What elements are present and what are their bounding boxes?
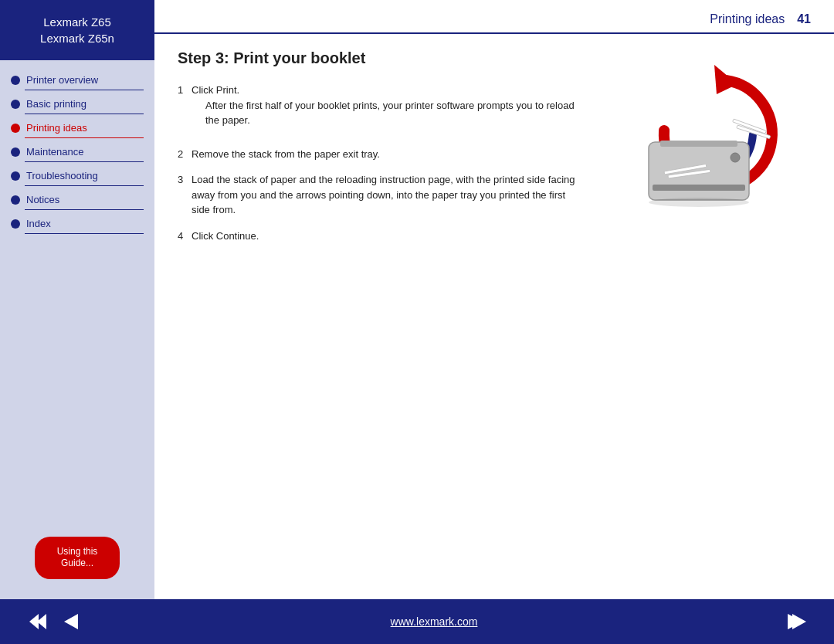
step-3: 3 Load the stack of paper and the reload… bbox=[178, 172, 579, 218]
sidebar-title-line1: Lexmark Z65 bbox=[8, 14, 147, 30]
illustration-area bbox=[595, 49, 811, 584]
sidebar-item-troubleshooting[interactable]: Troubleshooting bbox=[0, 164, 154, 188]
text-content: Step 3: Print your booklet 1 Click Print… bbox=[178, 49, 579, 584]
page-number: 41 bbox=[797, 12, 811, 26]
step-1-content: Click Print. After the first half of you… bbox=[192, 83, 579, 136]
step-2-num: 2 bbox=[178, 147, 192, 162]
sidebar: Lexmark Z65 Lexmark Z65n Printer overvie… bbox=[0, 0, 154, 599]
step-list: 1 Click Print. After the first half of y… bbox=[178, 83, 579, 243]
arrow-back-double-icon bbox=[26, 611, 48, 632]
nav-dot-index bbox=[11, 219, 20, 229]
nav-label-printing-ideas: Printing ideas bbox=[26, 122, 144, 134]
nav-dot-maintenance bbox=[11, 147, 20, 157]
arrow-back-icon bbox=[63, 611, 80, 632]
step-4-text: Click Continue. bbox=[192, 229, 579, 244]
nav-label-index: Index bbox=[26, 218, 144, 229]
page-title: Printing ideas bbox=[710, 12, 785, 26]
step-1: 1 Click Print. After the first half of y… bbox=[178, 83, 579, 136]
step-title: Step 3: Print your booklet bbox=[178, 49, 579, 67]
sidebar-item-notices[interactable]: Notices bbox=[0, 188, 154, 212]
svg-marker-12 bbox=[29, 614, 39, 629]
sidebar-item-basic-printing[interactable]: Basic printing bbox=[0, 92, 154, 116]
nav-dot-printing-ideas bbox=[11, 124, 20, 133]
svg-rect-4 bbox=[653, 185, 745, 191]
nav-dot-printer-overview bbox=[11, 76, 20, 85]
sidebar-item-maintenance[interactable]: Maintenance bbox=[0, 140, 154, 164]
svg-point-10 bbox=[649, 198, 749, 207]
svg-marker-13 bbox=[64, 614, 78, 629]
step-4: 4 Click Continue. bbox=[178, 229, 579, 244]
nav-underline-basic-printing bbox=[25, 114, 144, 114]
sidebar-title-line2: Lexmark Z65n bbox=[8, 30, 147, 46]
nav-label-maintenance: Maintenance bbox=[26, 146, 144, 158]
arrow-forward-button[interactable] bbox=[783, 608, 811, 636]
step-1-sub: After the first half of your booklet pri… bbox=[205, 98, 579, 128]
step-3-text: Load the stack of paper and the reloadin… bbox=[192, 172, 579, 218]
svg-point-5 bbox=[731, 153, 740, 162]
nav-underline-printing-ideas bbox=[25, 137, 144, 138]
website-link[interactable]: www.lexmark.com bbox=[391, 615, 478, 628]
nav-menu: Printer overview Basic printing Printing… bbox=[0, 60, 154, 524]
nav-arrows-right bbox=[783, 608, 811, 636]
printer-svg bbox=[602, 57, 803, 227]
svg-marker-15 bbox=[792, 614, 806, 629]
arrow-forward-icon bbox=[786, 611, 808, 632]
nav-underline-maintenance bbox=[25, 161, 144, 162]
page-title-area: Printing ideas 41 bbox=[710, 12, 811, 26]
step-4-num: 4 bbox=[178, 229, 192, 244]
sidebar-item-index[interactable]: Index bbox=[0, 212, 154, 236]
nav-dot-basic-printing bbox=[11, 100, 20, 109]
content-header: Printing ideas 41 bbox=[154, 0, 834, 34]
nav-underline-index bbox=[25, 233, 144, 234]
step-1-num: 1 bbox=[178, 83, 192, 136]
step-3-num: 3 bbox=[178, 172, 192, 218]
sidebar-item-printer-overview[interactable]: Printer overview bbox=[0, 68, 154, 92]
content-body: Step 3: Print your booklet 1 Click Print… bbox=[154, 34, 834, 599]
sidebar-bottom: Using thisGuide... bbox=[0, 524, 154, 591]
nav-dot-troubleshooting bbox=[11, 171, 20, 181]
using-guide-button[interactable]: Using thisGuide... bbox=[35, 537, 120, 579]
arrow-back-button[interactable] bbox=[57, 608, 85, 636]
nav-label-printer-overview: Printer overview bbox=[26, 74, 144, 86]
nav-underline-notices bbox=[25, 209, 144, 210]
svg-rect-3 bbox=[660, 141, 737, 147]
sidebar-header: Lexmark Z65 Lexmark Z65n bbox=[0, 0, 154, 60]
nav-underline-troubleshooting bbox=[25, 185, 144, 186]
arrow-back-double-button[interactable] bbox=[23, 608, 51, 636]
nav-underline-printer-overview bbox=[25, 90, 144, 90]
nav-dot-notices bbox=[11, 195, 20, 205]
step-1-text: Click Print. bbox=[192, 83, 579, 98]
nav-label-basic-printing: Basic printing bbox=[26, 98, 144, 110]
nav-label-troubleshooting: Troubleshooting bbox=[26, 170, 144, 181]
nav-label-notices: Notices bbox=[26, 194, 144, 205]
sidebar-item-printing-ideas[interactable]: Printing ideas bbox=[0, 116, 154, 140]
step-2-text: Remove the stack from the paper exit tra… bbox=[192, 147, 579, 162]
step-2: 2 Remove the stack from the paper exit t… bbox=[178, 147, 579, 162]
bottom-bar: www.lexmark.com bbox=[0, 599, 834, 644]
content-area: Printing ideas 41 Step 3: Print your boo… bbox=[154, 0, 834, 599]
nav-arrows-left bbox=[23, 608, 85, 636]
